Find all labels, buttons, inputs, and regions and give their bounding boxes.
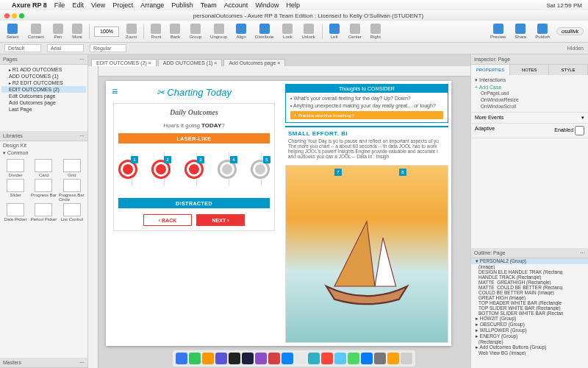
tab-properties[interactable]: PROPERTIES [471, 65, 510, 75]
document-tab[interactable]: Add Outcomes page × [223, 59, 285, 66]
library-widget[interactable]: List Control [59, 203, 85, 222]
menu-window[interactable]: Window [255, 1, 279, 9]
dock-app-icon[interactable] [282, 353, 293, 364]
dock-app-icon[interactable] [215, 353, 227, 364]
artboard[interactable]: ≡ ✂ Charting Today Daily Outcomes How's … [106, 81, 451, 346]
menu-team[interactable]: Team [201, 1, 217, 9]
panel-menu-icon[interactable]: ⋯ [79, 360, 85, 366]
tool-zoom[interactable]: Zoom [123, 24, 139, 39]
back-button[interactable]: ‹ BACK [143, 214, 192, 226]
align-left[interactable]: Left [327, 24, 342, 39]
tool-front[interactable]: Front [148, 24, 163, 39]
maximize-icon[interactable] [19, 13, 24, 18]
library-widget[interactable]: Date Picker [2, 203, 29, 222]
tool-back[interactable]: Back [168, 24, 182, 39]
tool-align[interactable]: Align [234, 24, 248, 39]
minimize-icon[interactable] [12, 13, 17, 18]
page-tree-item[interactable]: R2 EDIT OUTCOMES [1, 79, 86, 86]
annotation-badge[interactable]: 7 [334, 169, 342, 176]
panel-menu-icon[interactable]: ⋯ [79, 57, 85, 63]
more-events[interactable]: More Events [475, 115, 503, 121]
dock-app-icon[interactable] [229, 353, 240, 364]
outline-row[interactable]: MATTE_GREATHIGH (Rectangle) [471, 280, 588, 285]
hidden-toggle[interactable]: Hidden [567, 46, 584, 51]
tool-distribute[interactable]: Distribute [253, 24, 276, 39]
event-item[interactable]: OnWindowResize [475, 96, 584, 103]
library-widget[interactable]: Card [30, 159, 57, 177]
tool-lock[interactable]: Lock [280, 24, 295, 39]
pages-tree[interactable]: R1 ADD OUTCOMESADD OUTCOMES (1)R2 EDIT O… [0, 65, 87, 131]
outline-row[interactable]: (Image) [471, 264, 588, 269]
close-icon[interactable] [4, 13, 10, 18]
outline-row[interactable]: HANDLE TRACK (Rectangle) [471, 275, 588, 280]
dock-app-icon[interactable] [268, 353, 280, 364]
app-menu[interactable]: Axure RP 8 [12, 1, 47, 9]
tool-group[interactable]: Group [187, 24, 204, 39]
rating-icon[interactable]: 4 [218, 160, 237, 179]
library-widget[interactable]: Grid [59, 159, 85, 177]
add-case-link[interactable]: + Add Case [475, 85, 584, 90]
tool-ungroup[interactable]: Ungroup [208, 24, 229, 39]
library-widget[interactable]: Divider [2, 159, 29, 177]
page-tree-item[interactable]: R1 ADD OUTCOMES [1, 66, 86, 73]
outline-row[interactable]: GREAT HIGH (Image) [471, 295, 588, 300]
tool-more[interactable]: More [70, 24, 85, 39]
page-tree-item[interactable]: ADD OUTCOMES (1) [1, 73, 86, 79]
library-widget[interactable]: Progress Bar Circle [59, 179, 85, 202]
menu-publish[interactable]: Publish [171, 1, 193, 9]
tool-connect[interactable]: Connect [26, 24, 46, 39]
outline-row[interactable]: Web View BG (Image) [471, 350, 588, 355]
event-item[interactable]: OnWindowScroll [475, 103, 584, 110]
outline-row[interactable]: BOTTOM SLIDER WHITE BAR (Rectan [471, 311, 588, 316]
outline-row[interactable]: ▾ PERSONAL2 (Group) [471, 258, 588, 264]
tool-select[interactable]: Select [4, 24, 21, 39]
next-button[interactable]: NEXT › [196, 214, 245, 226]
outline-row[interactable]: ▸ HOW2IT (Group) [471, 316, 588, 322]
tab-style[interactable]: STYLE [549, 65, 588, 75]
hamburger-icon[interactable]: ≡ [112, 85, 118, 97]
zoom-field[interactable]: 100% [94, 26, 119, 37]
dock-app-icon[interactable] [374, 353, 386, 364]
library-widget[interactable]: Slider [2, 179, 29, 202]
panel-menu-icon[interactable]: ⋯ [580, 250, 585, 256]
dock-app-icon[interactable] [255, 353, 267, 364]
document-tab[interactable]: ADD OUTCOMES (1) × [158, 59, 223, 66]
library-kit[interactable]: Design Kit [0, 141, 87, 149]
rating-icons[interactable]: 12345 [118, 160, 270, 179]
outline-row[interactable]: DESIGN ELE HANDLE TRAK (Rectang [471, 269, 588, 275]
outline-row[interactable]: ▸ WILLPOWER (Group) [471, 328, 588, 333]
tool-preview[interactable]: Preview [488, 24, 508, 39]
outline-row[interactable]: ▸ ENERGY (Group) [471, 333, 588, 339]
outline-row[interactable]: TOP SLIDER WHITE BAR (Rectangle) [471, 305, 588, 311]
page-tree-item[interactable]: Add Outcomes page [1, 99, 86, 106]
rating-icon[interactable]: 3 [184, 160, 204, 179]
library-widget[interactable]: Progress Bar [30, 179, 57, 202]
tool-publish[interactable]: Publish [533, 24, 552, 39]
document-tab[interactable]: EDIT OUTCOMES (2) × [91, 59, 157, 66]
chevron-down-icon[interactable]: ▾ [581, 115, 584, 121]
menu-help[interactable]: Help [286, 1, 300, 9]
dock-app-icon[interactable] [189, 353, 201, 364]
outline-row[interactable]: (Rectangle) [471, 339, 588, 344]
event-item[interactable]: OnPageLoad [475, 90, 584, 96]
dock-app-icon[interactable] [295, 353, 306, 364]
tool-unlock[interactable]: Unlock [299, 24, 317, 39]
rating-icon[interactable]: 1 [118, 160, 137, 179]
rating-icon[interactable]: 5 [251, 160, 270, 179]
outline-tree[interactable]: ▾ PERSONAL2 (Group)(Image)DESIGN ELE HAN… [471, 258, 588, 368]
dock-app-icon[interactable] [334, 353, 346, 364]
outline-row[interactable]: COULD BE BETTER MAIN (Image) [471, 290, 588, 295]
menu-edit[interactable]: Edit [72, 1, 84, 9]
canvas[interactable]: ≡ ✂ Charting Today Daily Outcomes How's … [88, 66, 470, 368]
dock-app-icon[interactable] [361, 353, 373, 364]
menu-project[interactable]: Project [112, 1, 133, 9]
menu-account[interactable]: Account [224, 1, 248, 9]
style-select[interactable]: Default [4, 44, 41, 52]
dock-app-icon[interactable] [348, 353, 359, 364]
dock-app-icon[interactable] [321, 353, 333, 364]
tool-share[interactable]: Share [512, 24, 528, 39]
outline-row[interactable]: TOP HEADER WHITE BAR (Rectangle [471, 300, 588, 305]
tab-notes[interactable]: NOTES [510, 65, 549, 75]
user-pill[interactable]: osullivk [556, 27, 584, 35]
align-center[interactable]: Center [346, 24, 364, 39]
